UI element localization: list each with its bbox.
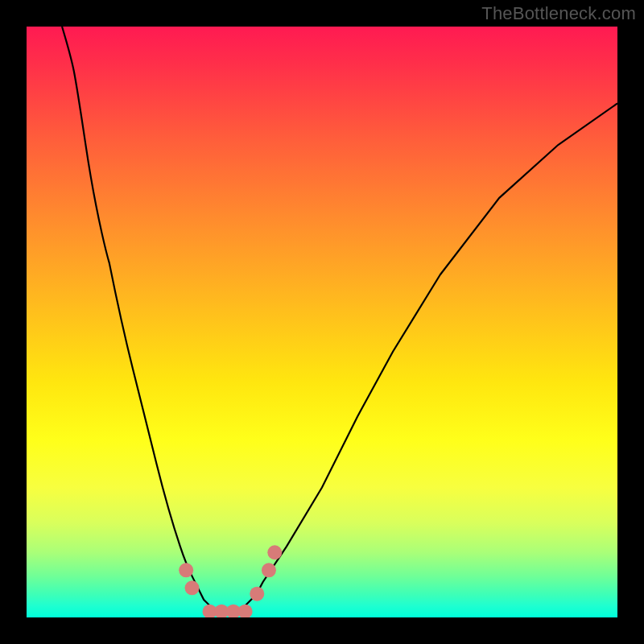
curve-markers bbox=[179, 545, 282, 617]
chart-frame: TheBottleneck.com bbox=[0, 0, 644, 644]
bottleneck-curve bbox=[62, 27, 617, 612]
marker-dot bbox=[238, 605, 253, 617]
marker-dot bbox=[179, 563, 193, 577]
watermark-text: TheBottleneck.com bbox=[481, 3, 636, 24]
marker-dot bbox=[262, 563, 276, 577]
marker-dot bbox=[250, 587, 264, 601]
marker-dot bbox=[267, 545, 282, 559]
marker-dot bbox=[185, 580, 200, 595]
plot-area bbox=[27, 27, 617, 617]
curve-svg bbox=[27, 27, 617, 617]
